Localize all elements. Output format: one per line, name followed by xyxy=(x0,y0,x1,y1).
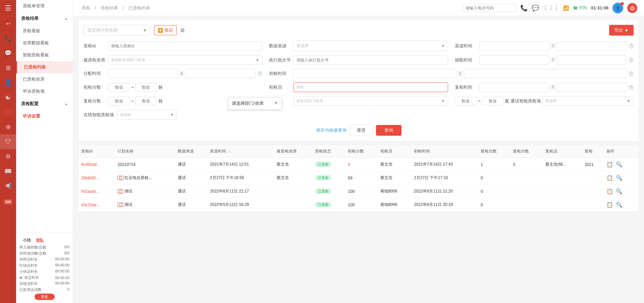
sidebar-item-quality-list[interactable]: 已质检列表 xyxy=(16,61,73,73)
table-container: 质检id 计划名称 数据来源 渠道时间 ↕ 被质检坐席 质检状态 初检分数 初检… xyxy=(78,145,639,212)
channel-time-start[interactable] xyxy=(479,41,549,51)
settings-icon[interactable]: ☯ xyxy=(0,90,16,105)
collapse-button[interactable]: 🔽 收起 xyxy=(154,25,177,35)
cell-id: f433ad6... xyxy=(78,185,115,198)
note-icon[interactable]: 📋 xyxy=(606,162,613,167)
detail-icon[interactable]: 🔍 xyxy=(616,162,623,167)
cell-id: 6c085dd... xyxy=(78,158,115,171)
stats-more-button[interactable]: 更多 xyxy=(35,294,55,300)
cell-review-count: 0 xyxy=(478,171,510,185)
sidebar-item-appeal[interactable]: 申诉质检项 xyxy=(16,85,73,97)
initial-check-time-range: 至 🕐 xyxy=(293,69,634,78)
initial-checker-select[interactable]: 初检 xyxy=(293,82,448,92)
col-agent: 被质检坐席 xyxy=(274,145,312,158)
wifi-icon: 📶 xyxy=(563,5,569,11)
cell-review-score xyxy=(510,171,542,185)
review-score-max[interactable] xyxy=(135,97,157,105)
sidebar-item-quality-order[interactable]: 质检单管理 xyxy=(16,0,73,12)
col-channel-time[interactable]: 渠道时间 ↕ xyxy=(207,145,274,158)
review-count-max[interactable] xyxy=(482,97,503,105)
add-icon[interactable]: ⊕ xyxy=(0,120,16,134)
sidebar-item-quality-board[interactable]: 质检看板 xyxy=(16,25,73,37)
note-icon[interactable]: 📋 xyxy=(606,188,613,194)
sidebar-item-ai-quality-board[interactable]: 智能质检看板 xyxy=(16,49,73,61)
stats-row-online: 在线总时长 00:00:00 xyxy=(19,281,69,286)
sidebar-item-quality-agent[interactable]: 已质检坐席 xyxy=(16,73,73,85)
save-query-button[interactable]: 保存为快捷查询 xyxy=(316,127,346,133)
filter-settings-icon[interactable]: ⚙ xyxy=(180,27,185,34)
phone-input[interactable] xyxy=(463,4,516,12)
cell-review-time xyxy=(582,171,603,185)
table-row: 43c20ae... 📋 测试 通话 2022年5月12日 16:29 已质检 … xyxy=(78,198,639,212)
sop-label[interactable]: SOP xyxy=(0,105,16,120)
plan-select[interactable]: 请选择计划名称 ▼ xyxy=(84,25,151,36)
initial-check-time-end[interactable] xyxy=(464,69,627,78)
filter-row-data-source: 数据来源 请选择 ▼ xyxy=(269,41,448,51)
export-button[interactable]: 导出 ▼ xyxy=(609,25,634,36)
ai-check-select[interactable]: 请选择 ▼ xyxy=(542,96,634,106)
apps-icon-top[interactable]: ⋮⋮⋮ xyxy=(543,5,559,11)
data-source-select[interactable]: 请选择 ▼ xyxy=(293,41,448,51)
shield-icon[interactable]: 🛡 xyxy=(0,134,16,149)
agent-select[interactable]: 被质检坐席部门/坐席 ▼ xyxy=(108,55,262,65)
channel-time-end[interactable] xyxy=(557,41,627,51)
initial-score-min[interactable] xyxy=(108,83,130,92)
cell-reviewer xyxy=(543,198,582,212)
stats-row-break: 小休总时长 00:00:00 xyxy=(19,269,69,274)
note-icon[interactable]: 📋 xyxy=(606,175,613,181)
phone-icon-top[interactable]: 📞 xyxy=(520,4,528,12)
review-count-min[interactable] xyxy=(455,97,477,105)
note-icon[interactable]: 📋 xyxy=(606,202,613,208)
filter-row-initial-score: 初检分数 ~ 分 xyxy=(84,82,262,92)
filter-row-agent: 被质检坐席 被质检坐席部门/坐席 ▼ xyxy=(84,55,262,65)
review-score-min[interactable] xyxy=(108,97,130,105)
sidebar-group-quality-config[interactable]: 质检配置 ▲ xyxy=(16,97,73,110)
tool-icon[interactable]: ⚙ xyxy=(0,149,16,164)
online-ai-select[interactable]: 请选择 ▼ xyxy=(117,110,177,120)
sidebar-item-appeal-settings[interactable]: 申诉设置 xyxy=(16,110,73,122)
sampling-time-end[interactable] xyxy=(557,55,627,65)
bell-icon[interactable]: 📢 xyxy=(0,179,16,193)
filter-row-batch: 执行批次号 xyxy=(269,55,448,65)
cell-id: 26b8bf0... xyxy=(78,171,115,185)
sidebar-item-agent-data-board[interactable]: 坐席数据看板 xyxy=(16,37,73,49)
detail-icon[interactable]: 🔍 xyxy=(616,202,623,208)
message-icon-top[interactable]: 💬 xyxy=(532,4,539,12)
book-icon[interactable]: 📖 xyxy=(0,164,16,179)
user-icon[interactable]: 👤 xyxy=(0,75,16,90)
query-button[interactable]: 查询 xyxy=(376,125,401,136)
avatar-container[interactable]: 👤 xyxy=(612,3,623,13)
cell-review-score: 0 xyxy=(510,158,542,171)
back-icon[interactable]: ↩ xyxy=(0,16,16,31)
review-time-end[interactable] xyxy=(557,83,627,92)
batch-input[interactable] xyxy=(293,55,448,65)
reviewer-select[interactable]: 复检员部门/坐席 ▼ xyxy=(293,96,448,106)
assign-time-start[interactable] xyxy=(108,69,178,78)
detail-icon[interactable]: 🔍 xyxy=(616,175,623,181)
sidebar-group-quality-results[interactable]: 质检结果 ▲ xyxy=(16,12,73,25)
sampling-time-clock-icon: 🕐 xyxy=(629,58,634,62)
assign-time-end[interactable] xyxy=(185,69,256,78)
phone-icon[interactable]: 📞 xyxy=(0,31,16,46)
department-dropdown[interactable]: 请选择部门/坐席 ▼ xyxy=(228,97,282,110)
menu-toggle[interactable]: ☰ xyxy=(0,0,16,16)
avatar-badge xyxy=(621,2,624,5)
review-time-start[interactable] xyxy=(479,83,549,92)
channel-time-clock-icon: 🕐 xyxy=(629,44,634,48)
col-review-count: 复检次数 xyxy=(478,145,510,158)
chevron-up-icon-2: ▲ xyxy=(64,102,68,106)
initial-score-max[interactable] xyxy=(135,83,157,92)
xm-label[interactable]: XM xyxy=(0,193,16,208)
detail-icon[interactable]: 🔍 xyxy=(616,188,623,194)
grid-icon[interactable]: ⊞ xyxy=(0,60,16,75)
filter-row-assign-time: 分配时间 至 🕐 xyxy=(84,69,262,78)
filter-grid: 质检id 数据来源 请选择 ▼ 渠道时间 至 🕐 xyxy=(84,41,634,120)
review-time-clock-icon: 🕐 xyxy=(629,85,634,90)
quality-id-input[interactable] xyxy=(108,41,262,51)
quality-table: 质检id 计划名称 数据来源 渠道时间 ↕ 被质检坐席 质检状态 初检分数 初检… xyxy=(78,145,639,212)
sampling-time-start[interactable] xyxy=(479,55,549,65)
chat-icon[interactable]: 💬 xyxy=(0,46,16,60)
initial-check-time-start[interactable] xyxy=(293,69,457,78)
reset-button[interactable]: 重置 xyxy=(350,125,373,136)
power-button[interactable]: ⏻ xyxy=(627,3,637,13)
